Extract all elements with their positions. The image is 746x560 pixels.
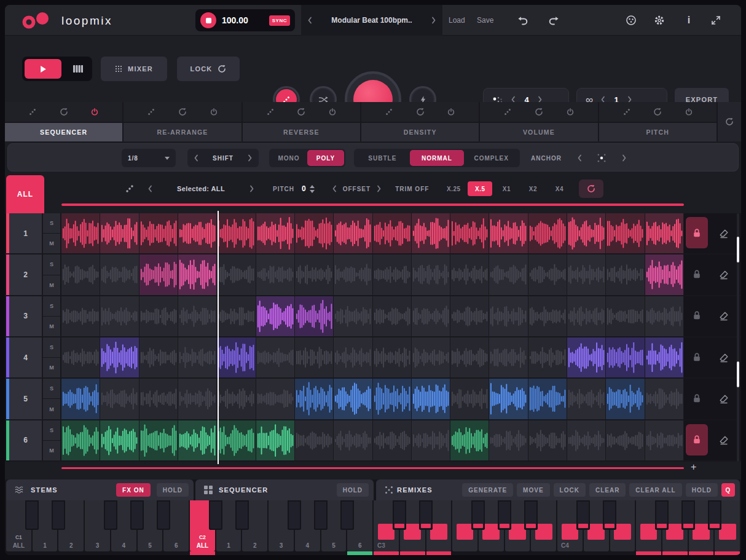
step-cell[interactable] — [334, 379, 372, 419]
step-cell[interactable] — [100, 213, 139, 253]
tab-sync-icon[interactable] — [653, 108, 662, 116]
row-lock-button[interactable] — [686, 341, 708, 373]
step-cell[interactable] — [489, 254, 528, 294]
piano-key-black[interactable] — [314, 500, 328, 530]
subtle-option[interactable]: SUBTLE — [355, 150, 410, 166]
tab-dice-icon[interactable] — [147, 108, 155, 116]
row-number[interactable]: 3 — [9, 296, 43, 336]
fx-on-button[interactable]: FX ON — [116, 483, 151, 497]
step-cell[interactable] — [217, 213, 256, 253]
stop-button[interactable] — [200, 12, 216, 28]
quantize-button[interactable]: Q — [721, 483, 735, 497]
remix-hold-button[interactable]: HOLD — [686, 483, 718, 497]
piano-key-black[interactable] — [25, 500, 39, 530]
offset-left-icon[interactable] — [332, 185, 337, 192]
step-cell[interactable] — [489, 213, 528, 253]
row-erase-button[interactable] — [712, 379, 736, 419]
mute-button[interactable]: M — [43, 275, 60, 295]
remix-move-button[interactable]: MOVE — [517, 483, 549, 497]
step-cell[interactable] — [373, 337, 412, 377]
step-cell[interactable] — [178, 337, 217, 377]
shift-right-icon[interactable] — [248, 154, 253, 162]
row-number[interactable]: 1 — [9, 213, 43, 253]
step-cell[interactable] — [139, 213, 178, 253]
preset-name[interactable]: Modular Beat 100bpm.. — [312, 16, 431, 25]
piano-key-black[interactable] — [52, 500, 65, 530]
step-cell[interactable] — [139, 254, 178, 294]
step-cell[interactable] — [489, 296, 528, 336]
an </svg>chor-grid-icon[interactable] — [597, 153, 607, 163]
piano-key-black[interactable] — [471, 500, 485, 530]
step-cell[interactable] — [61, 213, 100, 253]
step-cell[interactable] — [528, 420, 567, 460]
settings-gear-icon[interactable] — [653, 14, 666, 27]
tab-sync-icon[interactable] — [60, 108, 68, 116]
step-cell[interactable] — [606, 296, 645, 336]
tab-reverse[interactable]: REVERSE — [243, 122, 360, 141]
step-cell[interactable] — [217, 337, 256, 377]
step-cell[interactable] — [489, 337, 528, 377]
piano-key-black[interactable] — [498, 500, 511, 530]
selected-prev-icon[interactable] — [147, 185, 152, 192]
step-cell[interactable] — [295, 296, 334, 336]
step-cell[interactable] — [645, 213, 684, 253]
piano-key-black[interactable] — [340, 500, 354, 530]
row-lock-button[interactable] — [686, 300, 708, 331]
row-number[interactable]: 2 — [9, 254, 43, 294]
piano-key-black[interactable] — [524, 500, 538, 530]
tab-power-icon[interactable] — [685, 108, 693, 116]
step-cell[interactable] — [61, 420, 100, 460]
info-icon[interactable]: i — [682, 14, 696, 27]
shift-left-icon[interactable] — [194, 154, 198, 162]
tab-sync-icon[interactable] — [535, 108, 543, 116]
selected-next-icon[interactable] — [249, 185, 254, 192]
step-cell[interactable] — [139, 337, 178, 377]
piano-key-black[interactable] — [603, 500, 616, 530]
step-cell[interactable] — [100, 337, 139, 377]
tabs-sync-column[interactable] — [718, 102, 741, 141]
step-cell[interactable] — [295, 337, 334, 377]
undo-icon[interactable] — [516, 14, 530, 28]
mute-button[interactable]: M — [43, 358, 60, 377]
tab-dice-icon[interactable] — [385, 108, 393, 116]
selected-row-label[interactable]: Selected: ALL — [152, 185, 249, 192]
load-button[interactable]: Load — [449, 5, 465, 36]
solo-button[interactable]: S — [43, 337, 60, 358]
step-cell[interactable] — [100, 379, 139, 419]
tab-power-icon[interactable] — [329, 108, 336, 116]
tab-pitch[interactable]: PITCH — [599, 122, 717, 141]
step-cell[interactable] — [139, 296, 178, 336]
tab-dice-icon[interactable] — [267, 108, 274, 116]
speed-x5[interactable]: X.5 — [468, 181, 492, 196]
step-cell[interactable] — [412, 379, 450, 419]
preset-prev-icon[interactable] — [307, 17, 312, 24]
piano-key-black[interactable] — [393, 500, 406, 530]
remix-clear-button[interactable]: CLEAR — [589, 483, 626, 497]
step-cell[interactable] — [139, 420, 178, 460]
piano-key-black[interactable] — [708, 500, 721, 530]
grid-scrollbar-thumb[interactable] — [737, 361, 739, 387]
piano-key-black[interactable] — [235, 500, 249, 530]
speed-x2[interactable]: X2 — [520, 181, 545, 196]
complex-option[interactable]: COMPLEX — [464, 150, 519, 166]
add-row-button[interactable]: + — [691, 462, 696, 473]
piano-key-black[interactable] — [130, 500, 144, 530]
step-cell[interactable] — [606, 337, 645, 377]
pitch-value[interactable]: 0 — [302, 184, 306, 193]
remix-generate-button[interactable]: GENERATE — [462, 483, 513, 497]
offset-right-icon[interactable] — [377, 185, 382, 192]
mute-button[interactable]: M — [43, 441, 60, 460]
step-cell[interactable] — [295, 379, 334, 419]
speed-x4[interactable]: X4 — [547, 181, 571, 196]
step-cell[interactable] — [256, 254, 295, 294]
row-lock-button[interactable] — [686, 217, 708, 248]
step-cell[interactable] — [567, 296, 606, 336]
step-cell[interactable] — [528, 254, 567, 294]
step-cell[interactable] — [450, 254, 489, 294]
step-cell[interactable] — [645, 337, 684, 377]
row-lock-button[interactable] — [686, 258, 708, 290]
row-loop-button[interactable] — [579, 179, 603, 198]
step-cell[interactable] — [489, 420, 528, 460]
redo-icon[interactable] — [547, 14, 560, 28]
stems-hold-button[interactable]: HOLD — [157, 483, 189, 497]
